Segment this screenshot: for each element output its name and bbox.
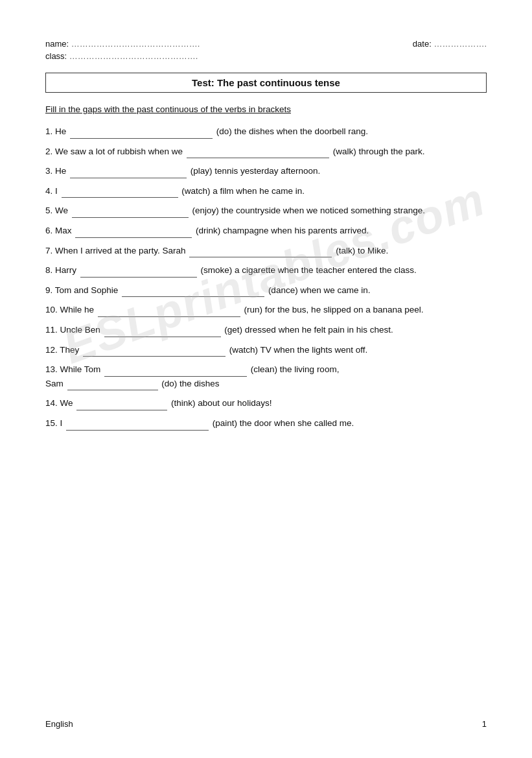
item-text: (do) the dishes when the doorbell rang. — [216, 126, 368, 136]
item-number: 1. He — [45, 126, 66, 136]
item-number: 11. Uncle Ben — [45, 325, 100, 335]
answer-blank — [98, 308, 240, 317]
exercise-item: 13. While Tom (clean) the living room, S… — [45, 362, 487, 390]
item-number: 14. We — [45, 398, 73, 408]
item-text: (talk) to Mike. — [336, 246, 388, 255]
continuation-text: Sam — [45, 379, 66, 388]
answer-blank-2 — [67, 381, 158, 390]
item-text: (get) dressed when he felt pain in his c… — [224, 325, 393, 335]
item-text: (run) for the bus, he slipped on a banan… — [244, 305, 424, 314]
answer-blank — [66, 421, 209, 431]
answer-blank — [189, 248, 332, 257]
exercise-item: 6. Max (drink) champagne when his parent… — [45, 224, 487, 238]
answer-blank — [104, 368, 247, 377]
item-text: (smoke) a cigarette when the teacher ent… — [201, 265, 417, 275]
exercise-list: 1. He (do) the dishes when the doorbell … — [45, 124, 487, 431]
item-text: (enjoy) the countryside when we noticed … — [192, 206, 425, 215]
item-number: 9. Tom and Sophie — [45, 285, 118, 295]
exercise-item: 4. I (watch) a film when he came in. — [45, 184, 487, 198]
item-number: 4. I — [45, 186, 58, 196]
answer-blank — [187, 149, 329, 158]
answer-blank — [62, 189, 178, 198]
exercise-item: 10. While he (run) for the bus, he slipp… — [45, 303, 487, 317]
exercise-item: 1. He (do) the dishes when the doorbell … — [45, 124, 487, 139]
item-number: 15. I — [45, 418, 62, 428]
class-field: class: ………………………………………. — [45, 51, 198, 61]
exercise-item: 15. I (paint) the door when she called m… — [45, 416, 487, 431]
item-number: 10. While he — [45, 305, 94, 314]
item-text: (play) tennis yesterday afternoon. — [191, 166, 320, 176]
class-dots: ………………………………………. — [69, 51, 198, 61]
date-field: date: ………………. — [413, 39, 487, 49]
exercise-item: 2. We saw a lot of rubbish when we (walk… — [45, 145, 487, 159]
item-text: (watch) TV when the lights went off. — [229, 345, 367, 355]
footer-page-number: 1 — [482, 719, 487, 729]
exercise-item: 11. Uncle Ben (get) dressed when he felt… — [45, 323, 487, 337]
item-number: 3. He — [45, 166, 66, 176]
answer-blank — [104, 328, 221, 337]
instruction: Fill in the gaps with the past continuou… — [45, 104, 487, 114]
item-text: (clean) the living room, — [251, 364, 340, 374]
item-number: 12. They — [45, 345, 79, 355]
footer: English 1 — [45, 719, 487, 729]
item-text: (walk) through the park. — [333, 147, 425, 156]
exercise-item: 14. We (think) about our holidays! — [45, 396, 487, 410]
class-label: class: — [45, 51, 67, 61]
exercise-item: 3. He (play) tennis yesterday afternoon. — [45, 164, 487, 178]
answer-blank — [70, 169, 187, 178]
item-text: (think) about our holidays! — [171, 398, 272, 408]
answer-blank — [75, 229, 192, 238]
date-dots: ………………. — [434, 39, 487, 49]
item-number: 6. Max — [45, 226, 72, 235]
item-text: (dance) when we came in. — [268, 285, 371, 295]
answer-blank — [76, 401, 167, 410]
item-number: 5. We — [45, 206, 68, 215]
exercise-item: 7. When I arrived at the party. Sarah (t… — [45, 244, 487, 258]
exercise-item: 9. Tom and Sophie (dance) when we came i… — [45, 283, 487, 298]
answer-blank — [72, 209, 189, 218]
header-row-1: name: ………………………………………. date: ………………. — [45, 39, 487, 49]
item-text: (watch) a film when he came in. — [181, 186, 305, 196]
page: ESLprintables.com name: ……………………………………….… — [0, 0, 532, 758]
answer-blank — [83, 348, 226, 357]
exercise-item: 8. Harry (smoke) a cigarette when the te… — [45, 263, 487, 278]
item-text: (paint) the door when she called me. — [213, 418, 354, 428]
item-number: 7. When I arrived at the party. Sarah — [45, 246, 186, 255]
worksheet-title: Test: The past continuous tense — [45, 73, 487, 93]
date-label: date: — [413, 39, 432, 49]
item-text-2: (do) the dishes — [161, 379, 219, 388]
name-label: name: — [45, 39, 69, 49]
name-field: name: ………………………………………. — [45, 39, 200, 49]
item-text: (drink) champagne when his parents arriv… — [196, 226, 369, 235]
answer-blank — [80, 268, 197, 278]
header-row-2: class: ………………………………………. — [45, 51, 487, 61]
exercise-item: 12. They (watch) TV when the lights went… — [45, 343, 487, 357]
item-number: 8. Harry — [45, 265, 76, 275]
item-number: 2. We saw a lot of rubbish when we — [45, 147, 183, 156]
item-number: 13. While Tom — [45, 364, 100, 374]
answer-blank — [70, 130, 213, 139]
exercise-item: 5. We (enjoy) the countryside when we no… — [45, 204, 487, 218]
answer-blank — [122, 288, 264, 297]
header-section: name: ………………………………………. date: ………………. cla… — [45, 39, 487, 61]
name-dots: ………………………………………. — [71, 39, 200, 49]
footer-subject: English — [45, 719, 73, 729]
